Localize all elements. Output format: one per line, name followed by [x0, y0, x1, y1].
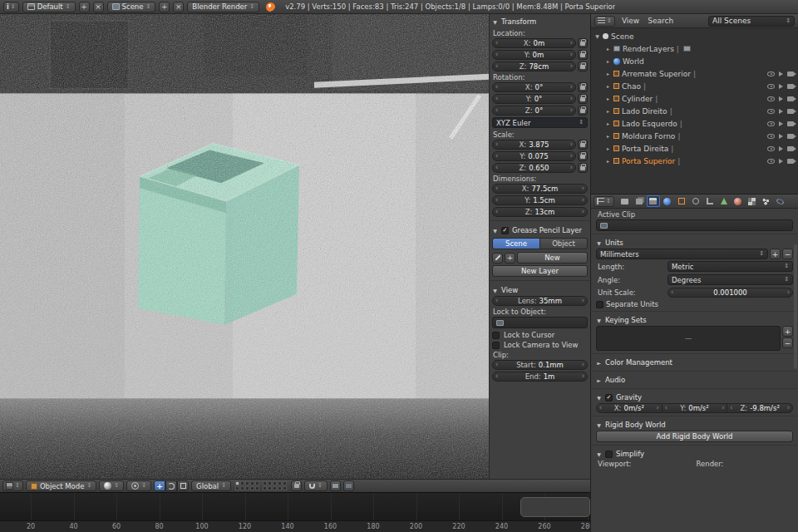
clip-start-field[interactable]: ‹ Start:0.1mm ›: [492, 360, 588, 370]
outliner-item-label[interactable]: Chao: [622, 82, 641, 91]
outliner-item-label[interactable]: RenderLayers: [623, 45, 674, 53]
gp-new-button[interactable]: New: [517, 252, 588, 264]
unit-preset-remove-button[interactable]: −: [782, 249, 793, 259]
opengl-render-anim-button[interactable]: [343, 480, 354, 491]
collapse-icon[interactable]: ▼: [594, 33, 600, 39]
length-unit-dropdown[interactable]: Metric ↕: [667, 261, 793, 272]
outliner-view-menu[interactable]: View: [620, 17, 641, 25]
outliner-item-label[interactable]: Porta Superior: [622, 157, 675, 165]
scale-x-field[interactable]: ‹ X:3.875 ›: [492, 140, 576, 150]
renderability-camera-icon[interactable]: [787, 121, 794, 126]
selectable-cursor-icon[interactable]: [779, 84, 783, 89]
visibility-eye-icon[interactable]: [767, 109, 775, 114]
layer-cell[interactable]: [245, 481, 249, 485]
decrement-icon[interactable]: ‹: [495, 141, 498, 148]
lock-rotation-y-button[interactable]: [578, 94, 588, 104]
lock-location-x-button[interactable]: [578, 38, 588, 48]
selectable-cursor-icon[interactable]: [779, 121, 783, 126]
viewport-shading-selector[interactable]: ↕: [99, 480, 124, 491]
increment-icon[interactable]: ›: [570, 40, 573, 47]
timeline-ruler[interactable]: 20406080100120140160180200220240260280: [0, 520, 590, 532]
panel-expand-icon[interactable]: ▼: [596, 240, 602, 246]
opengl-render-button[interactable]: [330, 480, 341, 491]
gp-draw-button[interactable]: [492, 253, 503, 264]
add-layout-button[interactable]: +: [79, 2, 90, 12]
scale-y-field[interactable]: ‹ Y:0.075 ›: [492, 151, 576, 161]
tab-material[interactable]: [732, 195, 745, 207]
outliner-item-label[interactable]: Arremate Superior: [622, 70, 691, 78]
decrement-icon[interactable]: ‹: [495, 165, 498, 171]
properties-editor-selector[interactable]: ↕: [594, 196, 614, 207]
timeline-scrollbar-handle[interactable]: [520, 497, 590, 517]
keying-sets-list[interactable]: —: [596, 326, 781, 351]
renderability-camera-icon[interactable]: [787, 96, 794, 101]
gp-datablock-add-button[interactable]: +: [505, 253, 515, 264]
visibility-eye-icon[interactable]: [767, 84, 775, 89]
lock-scale-y-button[interactable]: [578, 151, 588, 161]
decrement-icon[interactable]: ‹: [495, 107, 498, 114]
visibility-eye-icon[interactable]: [767, 134, 775, 139]
renderability-camera-icon[interactable]: [787, 134, 794, 139]
rigid-body-world-panel-header[interactable]: ▼ Rigid Body World: [596, 419, 793, 431]
tab-constraints[interactable]: [689, 195, 702, 207]
timeline-body[interactable]: [0, 493, 590, 520]
outliner-item-label[interactable]: Porta Direita: [622, 145, 668, 153]
layer-cell[interactable]: [250, 486, 254, 490]
panel-expand-icon[interactable]: ►: [596, 377, 602, 383]
decrement-icon[interactable]: ‹: [495, 84, 498, 91]
layer-cell[interactable]: [268, 486, 272, 490]
rotation-x-field[interactable]: ‹ X:0° ›: [492, 82, 576, 92]
gravity-x-field[interactable]: ‹ X:0m/s² ›: [596, 403, 663, 413]
visibility-eye-icon[interactable]: [767, 121, 775, 126]
lock-scale-x-button[interactable]: [578, 140, 588, 150]
decrement-icon[interactable]: ‹: [495, 298, 498, 304]
tab-render[interactable]: [618, 195, 632, 207]
add-keying-set-button[interactable]: +: [782, 326, 793, 337]
decrement-icon[interactable]: ‹: [495, 373, 498, 380]
decrement-icon[interactable]: ‹: [495, 96, 498, 102]
outliner-item-porta-direita[interactable]: ▸Porta Direita|: [591, 142, 798, 155]
gravity-checkbox[interactable]: ✓: [605, 394, 613, 401]
viewport-canvas[interactable]: [0, 14, 489, 479]
delete-scene-button[interactable]: ×: [173, 2, 184, 12]
layer-cell[interactable]: [235, 481, 239, 485]
lock-location-y-button[interactable]: [578, 50, 588, 60]
layer-cell[interactable]: [263, 486, 267, 490]
angle-unit-dropdown[interactable]: Degrees ↕: [667, 274, 793, 285]
outliner-item-label[interactable]: Scene: [611, 32, 633, 41]
increment-icon[interactable]: ›: [656, 405, 658, 411]
new-layer-button[interactable]: New Layer: [492, 265, 588, 277]
rotation-z-field[interactable]: ‹ Z:0° ›: [492, 106, 576, 116]
layer-cell[interactable]: [255, 481, 259, 485]
increment-icon[interactable]: ›: [570, 63, 573, 70]
lock-camera-checkbox[interactable]: [492, 342, 500, 349]
outliner-item-arremate-superior[interactable]: ▸Arremate Superior|: [591, 67, 798, 80]
gp-source-object-tab[interactable]: Object: [540, 238, 588, 249]
outliner-item-moldura-forno[interactable]: ▸Moldura Forno|: [591, 130, 798, 142]
tab-scene[interactable]: [647, 195, 660, 207]
visibility-eye-icon[interactable]: [767, 159, 775, 164]
expand-icon[interactable]: ▸: [605, 71, 611, 76]
layer-cell[interactable]: [255, 486, 259, 490]
outliner-item-label[interactable]: Lado Esquerdo: [622, 120, 677, 128]
gravity-panel-header[interactable]: ▼ ✓ Gravity: [596, 392, 793, 403]
lock-rotation-z-button[interactable]: [578, 106, 588, 116]
outliner-item-renderlayers[interactable]: ▸RenderLayers|: [591, 42, 798, 55]
increment-icon[interactable]: ›: [570, 165, 573, 171]
outliner-item-label[interactable]: Moldura Forno: [622, 132, 675, 140]
decrement-icon[interactable]: ‹: [599, 405, 602, 411]
panel-expand-icon[interactable]: ►: [596, 360, 602, 366]
color-management-panel-header[interactable]: ► Color Management: [596, 357, 793, 368]
separate-units-checkbox[interactable]: [596, 301, 603, 308]
expand-icon[interactable]: ▸: [605, 46, 611, 52]
increment-icon[interactable]: ›: [582, 197, 584, 204]
remove-keying-set-button[interactable]: −: [782, 337, 793, 348]
outliner-item-label[interactable]: Cylinder: [622, 95, 653, 103]
outliner-item-scene[interactable]: ▼Scene: [591, 30, 798, 42]
increment-icon[interactable]: ›: [570, 107, 573, 114]
viewport[interactable]: [0, 14, 489, 479]
decrement-icon[interactable]: ‹: [495, 63, 498, 70]
expand-icon[interactable]: ▸: [605, 158, 611, 164]
panel-expand-icon[interactable]: ▼: [492, 228, 498, 234]
scale-manipulator-button[interactable]: [177, 480, 189, 491]
